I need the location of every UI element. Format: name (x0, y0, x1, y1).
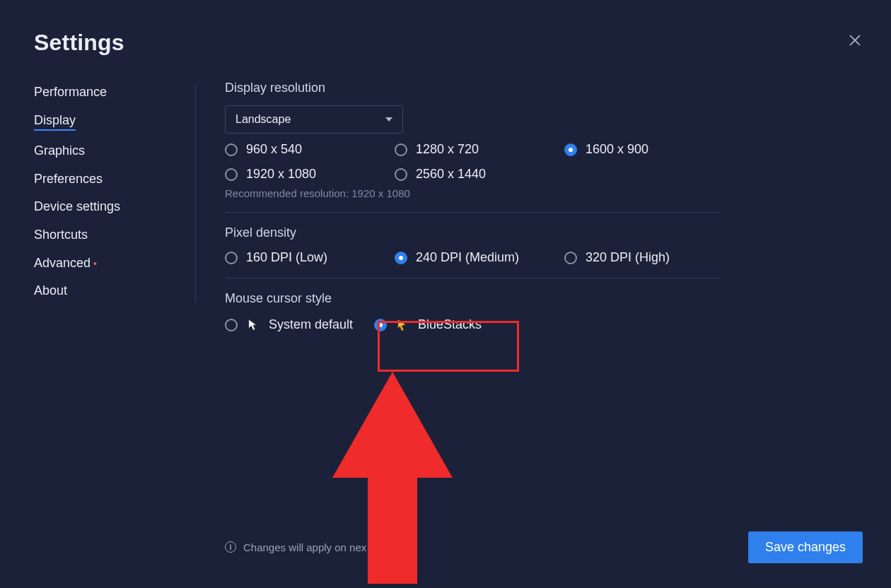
orientation-select[interactable]: Landscape (225, 105, 403, 134)
radio-icon (564, 143, 577, 156)
resolution-option-1600x900[interactable]: 1600 x 900 (564, 142, 720, 157)
radio-icon (225, 168, 238, 181)
sidebar-item-display[interactable]: Display (34, 113, 76, 131)
dpi-option-low[interactable]: 160 DPI (Low) (225, 250, 380, 265)
section-title-cursor: Mouse cursor style (225, 291, 720, 306)
notice-dot-icon: • (93, 258, 97, 269)
radio-icon (564, 252, 577, 264)
radio-icon (395, 252, 407, 264)
sidebar-divider (195, 83, 196, 302)
resolution-option-1280x720[interactable]: 1280 x 720 (395, 142, 550, 157)
cursor-option-bluestacks[interactable]: BlueStacks (374, 317, 482, 332)
save-button[interactable]: Save changes (748, 531, 863, 563)
radio-label: 1920 x 1080 (246, 167, 316, 182)
radio-label: 240 DPI (Medium) (416, 250, 519, 265)
radio-label: 1280 x 720 (416, 142, 479, 157)
display-resolution-section: Display resolution Landscape 960 x 540 1… (225, 81, 720, 212)
section-title-dpi: Pixel density (225, 225, 720, 240)
radio-icon (395, 143, 407, 156)
radio-icon (374, 319, 387, 331)
dpi-option-medium[interactable]: 240 DPI (Medium) (395, 250, 550, 265)
close-icon (847, 33, 863, 48)
white-cursor-icon (246, 318, 260, 332)
resolution-options: 960 x 540 1280 x 720 1600 x 900 1920 x 1… (225, 142, 720, 182)
resolution-option-2560x1440[interactable]: 2560 x 1440 (395, 167, 550, 182)
cursor-style-section: Mouse cursor style System default BlueSt… (225, 278, 720, 345)
apply-info-text: Changes will apply on nex (243, 541, 366, 553)
dpi-options: 160 DPI (Low) 240 DPI (Medium) 320 DPI (… (225, 250, 720, 265)
orientation-value: Landscape (235, 113, 291, 126)
cursor-options: System default BlueStacks (225, 317, 720, 332)
info-icon: i (225, 541, 236, 553)
settings-footer: i Changes will apply on nex Save changes (225, 527, 863, 567)
sidebar-item-shortcuts[interactable]: Shortcuts (34, 228, 88, 243)
sidebar-item-preferences[interactable]: Preferences (34, 172, 103, 187)
radio-label: System default (269, 317, 353, 332)
radio-icon (225, 143, 238, 156)
resolution-option-1920x1080[interactable]: 1920 x 1080 (225, 167, 380, 182)
dpi-option-high[interactable]: 320 DPI (High) (564, 250, 720, 265)
radio-icon (225, 319, 238, 331)
radio-label: 320 DPI (High) (586, 250, 670, 265)
radio-label: 960 x 540 (246, 142, 302, 157)
recommended-note: Recommended resolution: 1920 x 1080 (225, 187, 720, 199)
apply-info: i Changes will apply on nex (225, 541, 366, 553)
radio-label: BlueStacks (418, 317, 482, 332)
pixel-density-section: Pixel density 160 DPI (Low) 240 DPI (Med… (225, 212, 720, 278)
section-title-resolution: Display resolution (225, 81, 720, 95)
chevron-down-icon (385, 117, 392, 122)
sidebar-item-about[interactable]: About (34, 283, 67, 299)
cursor-option-system-default[interactable]: System default (225, 317, 353, 332)
sidebar-item-graphics[interactable]: Graphics (34, 143, 85, 159)
sidebar-item-label: Advanced (34, 256, 91, 270)
radio-label: 160 DPI (Low) (246, 250, 327, 265)
sidebar-item-device-settings[interactable]: Device settings (34, 199, 120, 215)
sidebar-item-advanced[interactable]: Advanced• (34, 256, 97, 271)
radio-label: 2560 x 1440 (416, 167, 486, 182)
radio-label: 1600 x 900 (586, 142, 648, 157)
page-title: Settings (34, 30, 124, 56)
resolution-option-960x540[interactable]: 960 x 540 (225, 142, 380, 157)
settings-sidebar: Performance Display Graphics Preferences… (34, 85, 197, 312)
close-button[interactable] (847, 33, 863, 48)
radio-icon (395, 168, 407, 181)
sidebar-item-performance[interactable]: Performance (34, 85, 107, 100)
settings-main: Display resolution Landscape 960 x 540 1… (225, 81, 720, 345)
gold-cursor-icon (395, 318, 409, 332)
radio-icon (225, 252, 238, 264)
